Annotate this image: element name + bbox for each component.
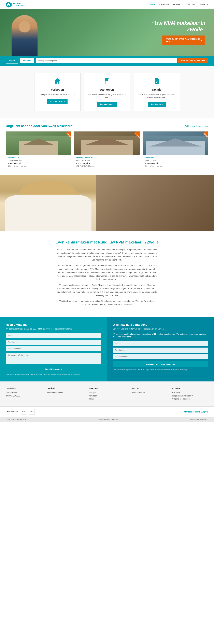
footer-taxatie-link[interactable]: Taxatie [89, 398, 125, 401]
vbo-partner: VBO [29, 409, 34, 415]
verkopen-title: Verkopen [38, 88, 77, 91]
flag-icon [88, 78, 126, 86]
aankopen-desc: Van advies tot ondertekening, Van Swoll … [88, 93, 126, 99]
footer-address-line2: 8043 NX ZWOLLE [6, 394, 42, 398]
contact-name-input[interactable] [6, 333, 101, 338]
svg-rect-2 [156, 82, 158, 82]
nav-diensten[interactable]: DIENSTEN [159, 3, 169, 6]
search-bar: Kopen Verkopen Vind uw thuis bij Van Swo… [0, 56, 214, 66]
aankopen-card: Aankopen Van advies tot ondertekening, V… [84, 73, 130, 111]
hero-cta-button[interactable]: Vraag nu een gratis waardebepaling aan! … [162, 36, 205, 45]
footer-partners-left: Onze partners NVM VBO [6, 409, 34, 415]
property-image-1: VERKOCHT [6, 132, 71, 154]
find-home-button[interactable]: Vind uw thuis bij Van Swoll [178, 58, 208, 63]
sold-badge-3: VERKOCHT [202, 132, 208, 140]
featured-title: Uitgelicht aanbod door Van Swoll Makelaa… [6, 124, 72, 128]
contact-privacy-text: Deze site wordt beveiligd met reCAPTCHA … [6, 374, 101, 376]
nav-home[interactable]: HOME [150, 3, 156, 6]
footer-aanbod: Aanbod Ons woningsaanbod [48, 387, 84, 401]
property-info-3: Smienthof 41 6043 JN ZWOLLE € 340.000,- … [143, 154, 208, 169]
sitemap-link[interactable]: Sitemap [112, 419, 118, 420]
property-details-1: 181m² / 264m² | 6 kamers [8, 165, 69, 167]
footer-bottom-links: Privacyverklaring Sitemap [98, 419, 118, 420]
naar-aankopen-button[interactable]: Naar aankopen › [97, 102, 118, 107]
search-input[interactable] [36, 58, 177, 63]
aankopen-title: Aankopen [88, 88, 126, 91]
footer-over-title: Over ons [131, 387, 167, 390]
kopen-button[interactable]: Kopen [6, 58, 18, 64]
property-card-2[interactable]: VERKOCHT De Ruyterstraat 52 6033 TV ZWOL… [74, 131, 140, 169]
featured-link[interactable]: Bekijk ons volledige aanbod [185, 125, 208, 127]
sold-badge-2: VERKOCHT [134, 132, 140, 140]
value-request-section: U wilt uw huis verkopen? Dan wil u vast … [107, 318, 214, 382]
property-details-2: 101m² / 141m² | 5 kamers [76, 165, 138, 167]
footer-woningsaanbod-link[interactable]: Ons woningsaanbod [48, 391, 84, 394]
nav-aanbod[interactable]: AANBOD [172, 3, 181, 6]
about-p1: Ben je op zoek naar een fijtsende makela… [56, 248, 158, 262]
about-p3: Wil je een huis kopen of verkopen in Zwo… [56, 284, 158, 297]
privacy-link[interactable]: Privacyverklaring [98, 419, 110, 420]
property-price-1: € 525.000,- k.k. [8, 162, 69, 164]
verkopen-card: Verkopen Met optimale inzet voor het bes… [34, 73, 80, 111]
contact-phone-input[interactable] [6, 346, 101, 351]
nav-contact[interactable]: CONTACT [199, 3, 208, 6]
contact-form-section: Heeft u vragen? Wij beantwoorden ze graa… [0, 318, 107, 382]
value-name-input[interactable] [113, 341, 208, 346]
hero-cta-arrow-icon: › [201, 39, 202, 42]
naar-taxatie-button[interactable]: Naar taxatie › [148, 102, 166, 107]
footer-aanbod-title: Aanbod [48, 387, 84, 390]
about-p4: Van Swoll Makelaars is o.a. actief in de… [56, 300, 158, 306]
sold-badge-1: VERKOCHT [66, 132, 71, 140]
house-icon [38, 78, 77, 86]
value-submit-button[interactable]: Ik wil een gratis waardebepaling [113, 361, 208, 367]
about-section: Even kennismaken met Ruud, uw NVM makela… [0, 231, 214, 318]
footer-main: Ons adres Sterrenkroos 62 8043 NX ZWOLLE… [0, 382, 214, 406]
footer-address-title: Ons adres [6, 387, 42, 390]
property-card-3[interactable]: VERKOCHT Smienthof 41 6043 JN ZWOLLE € 3… [143, 131, 208, 169]
footer-email-link[interactable]: info@vanswollmakelaars.nl [172, 394, 208, 398]
nav-over-ons[interactable]: OVER ONS [185, 3, 195, 6]
contact-message-input[interactable] [6, 352, 101, 364]
property-address-2: De Ruyterstraat 52 [76, 156, 138, 159]
value-email-input[interactable] [113, 348, 208, 352]
property-card-1[interactable]: VERKOCHT Haarboek 21 6033 BH ZWOLLE € 52… [6, 131, 71, 169]
value-phone-input[interactable] [113, 354, 208, 359]
ratings-section: Hier doen we het voor 9,4 Verkoop 9,6 Aa… [0, 175, 214, 231]
footer-address-line1: Sterrenkroos 62 [6, 391, 42, 394]
property-address-1: Haarboek 21 [8, 156, 69, 159]
footer-diensten: Diensten Verkopen Aankopen Taxatie [89, 387, 125, 401]
footer-kennismaken-link[interactable]: Even kennismaken [131, 391, 167, 394]
footer-address: Ons adres Sterrenkroos 62 8043 NX ZWOLLE [6, 387, 42, 401]
footer-verkopen-link[interactable]: Verkopen [89, 391, 125, 394]
property-image-2: VERKOCHT [74, 132, 140, 154]
properties-list: VERKOCHT Haarboek 21 6033 BH ZWOLLE € 52… [6, 131, 208, 169]
logo[interactable]: Van Swoll MAKELAARS [6, 2, 25, 8]
footer-over-ons: Over ons Even kennismaken [131, 387, 167, 401]
property-info-2: De Ruyterstraat 52 6033 TV ZWOLLE € 415.… [74, 154, 140, 169]
verkopen-button[interactable]: Verkopen [20, 58, 34, 63]
property-address-3: Smienthof 41 [145, 156, 206, 159]
service-arrow-icon: › [64, 100, 64, 102]
logo-icon [6, 2, 12, 8]
footer-aankopen-link[interactable]: Aankopen [89, 394, 125, 398]
property-city-2: 6033 TV ZWOLLE [76, 159, 138, 161]
footer-contact-title: Contact [172, 387, 208, 390]
about-p2: Mijn naam is Ruud Gort, aangenaam! Sinds… [56, 264, 158, 281]
naar-verkopen-button[interactable]: Naar verkopen › [47, 99, 68, 104]
about-title: Even kennismaken met Ruud, uw NVM makela… [17, 240, 197, 244]
contact-form-subtitle: Wij beantwoorden ze graag! Bel 038 422 6… [6, 328, 101, 330]
document-icon [137, 78, 176, 86]
footer-copyright: © Van Swoll Makelaars 2025 [6, 419, 26, 420]
navbar: Van Swoll MAKELAARS HOME DIENSTEN AANBOD… [0, 0, 214, 10]
footer-facebook-link[interactable]: Volg ons op Facebook [172, 398, 208, 401]
contact-submit-button[interactable]: Bericht verzenden [6, 366, 101, 372]
value-request-title: U wilt uw huis verkopen? [113, 323, 208, 326]
contact-section: Heeft u vragen? Wij beantwoorden ze graa… [0, 318, 214, 382]
contact-email-input[interactable] [6, 340, 101, 345]
property-info-1: Haarboek 21 6033 BH ZWOLLE € 525.000,- k… [6, 154, 71, 169]
services-section: Verkopen Met optimale inzet voor het bes… [0, 66, 214, 118]
property-image-3: VERKOCHT [143, 132, 208, 154]
property-details-3: 82m² / 157m² | 4 kamers [145, 165, 206, 167]
value-request-subtitle: Dan wil u vast snel weten wat de verkoop… [113, 328, 208, 338]
partners-label: Onze partners [6, 410, 18, 413]
